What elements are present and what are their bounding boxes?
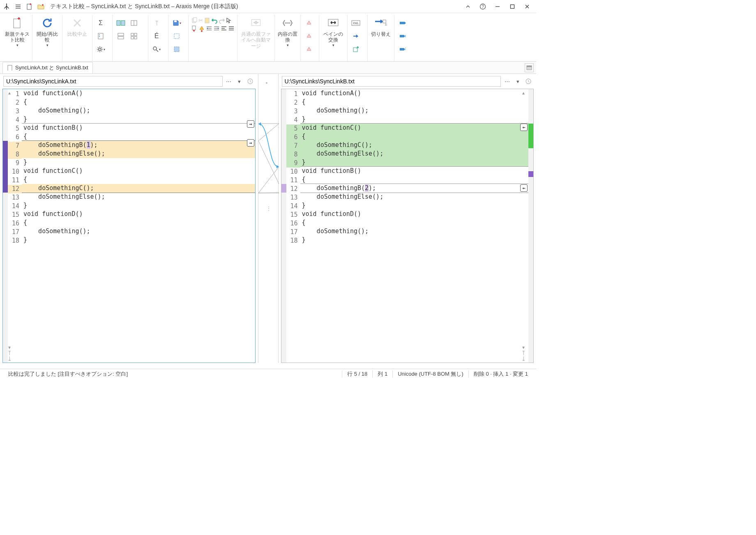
right-overview-stripe[interactable] [528,89,533,363]
status-position: 行 5 / 18 [342,370,372,378]
jump-bottom-icon[interactable]: ⤓ [5,356,14,362]
hamburger-icon[interactable] [13,2,23,11]
left-code[interactable]: void functionA() { doSomething(); } void… [22,89,255,363]
swap-icon [327,16,340,30]
merge-right-button[interactable]: → [247,120,254,128]
code-line: doSomething(); [300,227,529,236]
right-change-stripe-left [281,89,286,363]
marker-list2-icon[interactable] [397,44,408,55]
scroll-up-icon[interactable]: ▴ [5,90,14,96]
merge-left-button[interactable]: ← [520,184,528,192]
svg-rect-5 [98,33,103,39]
undo-icon[interactable] [211,17,218,24]
left-path-input[interactable] [3,76,223,87]
warning-down-icon[interactable] [198,25,205,32]
svg-rect-18 [134,37,137,39]
svg-rect-26 [192,26,196,30]
replace-content-button[interactable]: 内容の置換▾ [277,16,298,48]
cursor-icon[interactable] [226,17,232,24]
svg-rect-24 [194,18,197,22]
pane-layout-icon[interactable] [525,63,534,72]
left-editor[interactable]: 1234 56789 1011121314 15161718 void func… [2,89,256,363]
select-all-icon[interactable] [171,44,182,55]
cut-icon[interactable]: ✂ [198,17,203,24]
marker-list1-icon[interactable] [397,30,408,42]
svg-rect-36 [527,66,532,67]
stop-icon [71,16,84,30]
indent-left-icon[interactable] [206,25,212,32]
new-doc-icon[interactable] [25,2,35,11]
redo-icon[interactable] [219,17,225,24]
refresh-icon [41,16,54,30]
left-history-icon[interactable] [246,77,255,86]
bookmark-blue-icon[interactable] [350,30,362,42]
justify-icon[interactable] [228,25,235,32]
svg-rect-21 [174,34,179,39]
svg-point-6 [99,34,100,35]
right-editor[interactable]: 1234 56789 1011121314 15161718 void func… [281,89,534,363]
goto-top-icon[interactable]: ⤒ [151,17,162,29]
paste-icon[interactable] [204,17,210,24]
select-icon[interactable] [171,30,182,42]
search-icon[interactable]: ▾ [151,44,162,55]
conflict-down-icon[interactable] [303,44,315,55]
right-code[interactable]: void functionA() { doSomething(); } void… [300,89,529,363]
scroll-up-icon[interactable]: ▴ [519,90,528,96]
settings-icon[interactable]: ▾ [95,44,106,55]
label: 比較中止 [67,31,87,37]
save-icon[interactable]: ▾ [171,17,182,29]
layout-single-icon[interactable] [128,17,140,29]
ribbon-toolbar: 新規テキスト比較▾ 開始/再比較▾ 比較中止 Σ ▾ ⤒ É ▾ ▾ [0,13,536,62]
left-path-more-icon[interactable]: ⋯ [224,77,233,86]
left-path-dropdown-icon[interactable]: ▾ [235,77,244,86]
marker-blue-icon[interactable] [397,17,408,29]
svg-text:XML: XML [353,22,359,25]
align-icon[interactable] [221,25,227,32]
copy-icon[interactable] [191,17,198,24]
toggle-button[interactable]: ± 切り替え [370,16,392,37]
code-line: } [22,236,255,244]
jump-bottom-icon[interactable]: ⤓ [519,356,528,362]
code-line: { [300,98,529,106]
sigma-icon[interactable]: Σ [95,17,106,29]
conflict-up-icon[interactable] [303,17,315,29]
maximize-button[interactable] [505,1,520,12]
right-path-dropdown-icon[interactable]: ▾ [513,77,522,86]
collapse-ribbon-icon[interactable] [461,1,475,12]
label: 内容の置換 [277,31,298,43]
code-line: doSomethingElse(); [22,193,255,201]
new-folder-icon[interactable] [36,2,46,11]
code-line: void functionD() [22,210,255,218]
tab-comparison[interactable]: SyncLinkA.txt と SyncLinkB.txt [2,62,93,73]
svg-text:±: ± [385,22,387,26]
svg-rect-4 [14,19,20,28]
export-green-icon[interactable] [350,44,362,55]
insert-down-icon[interactable] [191,25,198,32]
status-message: 比較は完了しました [注目すべきオプション: 空白] [3,370,342,378]
help-icon[interactable]: ? [475,1,490,12]
left-change-stripe [3,89,8,363]
right-path-input[interactable] [282,76,501,87]
merge-right-button[interactable]: → [247,139,254,147]
code-line: void functionB() [300,167,529,175]
label: 切り替え [371,31,391,37]
close-button[interactable] [520,1,535,12]
layout-grid-icon[interactable] [128,30,140,42]
right-history-icon[interactable] [524,77,533,86]
start-recompare-button[interactable]: 開始/再比較▾ [35,16,60,48]
conflict-mid-icon[interactable] [303,30,315,42]
title-bar: テキスト比較 – SyncLinkA.txt と SyncLinkB.txt –… [0,0,536,13]
find-accent-icon[interactable]: É [151,30,162,42]
layout-horiz-icon[interactable] [115,17,127,29]
svg-rect-9 [117,21,120,25]
merge-left-button[interactable]: ← [520,124,528,131]
indent-right-icon[interactable] [213,25,220,32]
new-text-compare-button[interactable]: 新規テキスト比較▾ [5,16,30,48]
notes-icon[interactable] [95,30,106,42]
right-path-more-icon[interactable]: ⋯ [502,77,512,86]
status-bar: 比較は完了しました [注目すべきオプション: 空白] 行 5 / 18 列 1 … [0,369,536,379]
layout-vert-icon[interactable] [115,30,127,42]
xml-icon[interactable]: XML [350,17,362,29]
swap-panes-button[interactable]: ペインの交換▾ [322,16,345,48]
minimize-button[interactable] [490,1,505,12]
